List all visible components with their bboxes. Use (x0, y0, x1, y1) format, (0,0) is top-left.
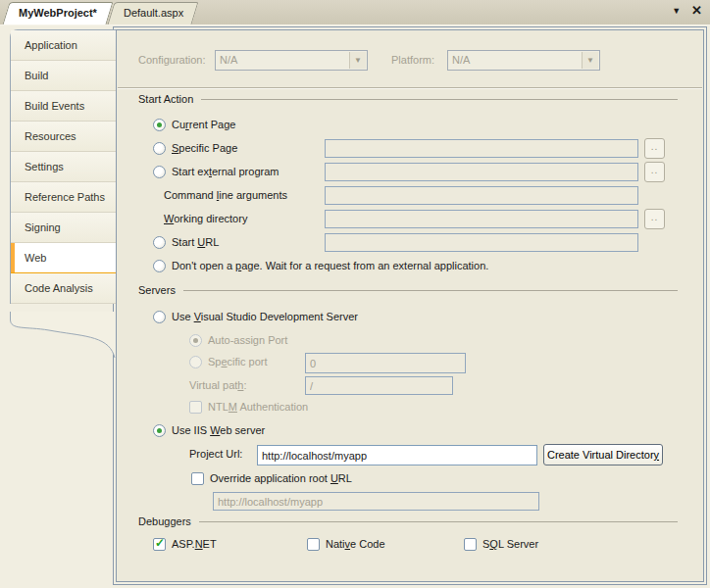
ntlm-authentication-label[interactable]: NTLM Authentication (208, 401, 308, 413)
start-url-label[interactable]: Start URL (172, 236, 219, 248)
document-tab-defaultaspx[interactable]: Default.aspx (111, 2, 195, 24)
platform-label: Platform: (391, 54, 434, 66)
sidebar-item-build-events[interactable]: Build Events (11, 91, 116, 122)
start-url-radio[interactable] (153, 236, 166, 249)
sidebar-item-settings[interactable]: Settings (11, 152, 116, 182)
aspnet-checkbox[interactable] (153, 538, 166, 551)
project-url-row: Project Url: (189, 446, 242, 462)
start-external-input[interactable] (325, 163, 638, 181)
ntlm-authentication-checkbox[interactable] (189, 401, 202, 414)
use-iis-option: Use IIS Web server (153, 422, 265, 438)
ntlm-authentication-option: NTLM Authentication (189, 399, 308, 415)
section-title: Start Action (138, 93, 193, 105)
sidebar-item-build[interactable]: Build (11, 61, 116, 91)
category-tab-list: Application Build Build Events Resources… (10, 29, 116, 304)
servers-section-header: Servers (138, 283, 678, 297)
document-tab-mywebproject[interactable]: MyWebProject* (6, 2, 110, 24)
working-directory-label: Working directory (164, 213, 247, 224)
start-url-option: Start URL (153, 234, 219, 250)
working-directory-browse-button[interactable]: .. (644, 209, 665, 229)
sidebar-item-resources[interactable]: Resources (11, 122, 116, 152)
start-external-label[interactable]: Start external program (172, 166, 279, 177)
document-tab-label: Default.aspx (111, 2, 195, 24)
specific-page-input[interactable] (325, 139, 638, 158)
specific-port-label[interactable]: Specific port (208, 356, 268, 368)
virtual-path-row: Virtual path: (189, 377, 247, 393)
override-root-label[interactable]: Override application root URL (210, 472, 352, 484)
dont-open-page-radio[interactable] (153, 260, 166, 272)
configuration-dropdown[interactable]: N/A ▼ (215, 50, 368, 71)
working-directory-row: Working directory (164, 211, 247, 226)
current-page-radio[interactable] (153, 119, 166, 131)
specific-port-input[interactable] (305, 353, 466, 373)
property-page-panel: Configuration: N/A ▼ Platform: N/A ▼ Sta… (116, 29, 704, 582)
override-root-checkbox[interactable] (191, 472, 204, 485)
auto-assign-port-label[interactable]: Auto-assign Port (208, 334, 287, 346)
specific-port-option: Specific port (189, 354, 268, 369)
sidebar-item-reference-paths[interactable]: Reference Paths (11, 182, 116, 213)
chevron-down-icon: ▼ (582, 52, 598, 69)
use-iis-radio[interactable] (153, 424, 166, 437)
configuration-label: Configuration: (138, 54, 206, 66)
tab-list-dropdown-icon[interactable]: ▼ (672, 6, 681, 16)
virtual-path-label: Virtual path: (189, 379, 247, 391)
auto-assign-port-option: Auto-assign Port (189, 332, 287, 348)
config-bar-separator (118, 87, 702, 88)
sidebar-item-signing[interactable]: Signing (11, 213, 116, 243)
override-root-option: Override application root URL (191, 470, 352, 486)
command-line-input[interactable] (325, 186, 638, 205)
debuggers-section-header: Debuggers (138, 514, 678, 528)
native-code-debugger-option: Native Code (307, 536, 385, 552)
command-line-label: Command line arguments (164, 189, 287, 201)
working-directory-input[interactable] (325, 210, 638, 228)
start-external-browse-button[interactable]: .. (644, 162, 665, 182)
start-external-option: Start external program (153, 164, 279, 179)
use-iis-label[interactable]: Use IIS Web server (172, 424, 265, 436)
section-title: Servers (138, 284, 176, 296)
configuration-value: N/A (220, 54, 237, 66)
specific-page-option: Specific Page (153, 140, 237, 156)
override-root-input[interactable] (213, 492, 539, 511)
sidebar-tail-curve (10, 312, 116, 358)
section-rule (199, 521, 678, 522)
create-virtual-directory-button[interactable]: Create Virtual Directory (543, 444, 663, 466)
dont-open-page-option: Don't open a page. Wait for a request fr… (153, 258, 488, 273)
native-code-label[interactable]: Native Code (326, 538, 385, 550)
aspnet-debugger-option: ASP.NET (153, 536, 217, 552)
specific-page-browse-button[interactable]: .. (644, 138, 665, 159)
section-title: Debuggers (138, 515, 191, 527)
project-url-label: Project Url: (189, 448, 242, 460)
specific-page-radio[interactable] (153, 142, 166, 155)
sidebar-item-code-analysis[interactable]: Code Analysis (11, 273, 116, 304)
start-external-radio[interactable] (153, 166, 166, 178)
native-code-checkbox[interactable] (307, 538, 320, 551)
platform-dropdown[interactable]: N/A ▼ (447, 50, 600, 71)
close-document-icon[interactable]: ✕ (691, 4, 702, 18)
dont-open-page-label[interactable]: Don't open a page. Wait for a request fr… (172, 260, 488, 271)
sidebar-item-application[interactable]: Application (11, 30, 116, 61)
document-tab-strip: MyWebProject* Default.aspx ▼ ✕ (0, 0, 710, 25)
project-url-input[interactable] (257, 445, 537, 466)
command-line-row: Command line arguments (164, 187, 287, 203)
section-rule (201, 99, 678, 100)
sql-server-checkbox[interactable] (464, 538, 477, 551)
current-page-option: Current Page (153, 117, 235, 132)
use-vs-dev-server-label[interactable]: Use Visual Studio Development Server (172, 311, 358, 322)
start-action-section-header: Start Action (138, 92, 678, 106)
chevron-down-icon: ▼ (349, 52, 366, 69)
aspnet-label[interactable]: ASP.NET (172, 538, 217, 550)
sidebar-item-web[interactable]: Web (11, 243, 116, 273)
section-rule (183, 290, 678, 291)
sql-server-debugger-option: SQL Server (464, 536, 538, 552)
designer-host-panel: Configuration: N/A ▼ Platform: N/A ▼ Sta… (113, 26, 707, 585)
use-vs-dev-server-radio[interactable] (153, 311, 166, 323)
platform-value: N/A (452, 54, 470, 66)
specific-port-radio[interactable] (189, 356, 202, 368)
document-tab-label: MyWebProject* (6, 2, 110, 24)
auto-assign-port-radio[interactable] (189, 334, 202, 347)
current-page-label[interactable]: Current Page (172, 119, 235, 130)
sql-server-label[interactable]: SQL Server (482, 538, 538, 550)
start-url-input[interactable] (325, 233, 638, 252)
virtual-path-input[interactable] (305, 376, 453, 395)
specific-page-label[interactable]: Specific Page (172, 142, 237, 154)
